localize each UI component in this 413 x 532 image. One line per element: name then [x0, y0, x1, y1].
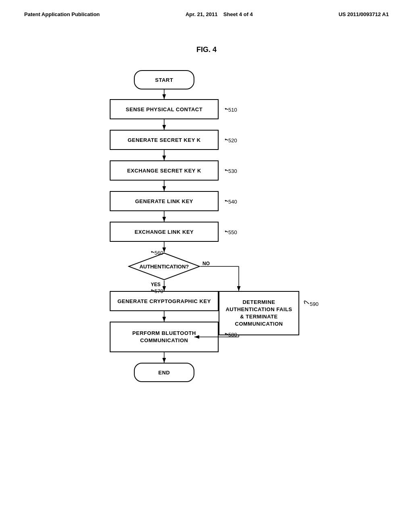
node-550: EXCHANGE LINK KEY: [110, 222, 219, 242]
node-540: GENERATE LINK KEY: [110, 191, 219, 211]
node-end: END: [134, 363, 194, 382]
ref-540: 540: [222, 198, 242, 206]
svg-text:510: 510: [228, 107, 237, 113]
node-590: DETERMINE AUTHENTICATION FAILS & TERMINA…: [219, 291, 299, 335]
label-yes: YES: [151, 282, 161, 287]
header-left: Patent Application Publication: [24, 11, 100, 17]
ref-510: 510: [222, 106, 242, 114]
node-520: GENERATE SECRET KEY K: [110, 130, 219, 150]
ref-520: 520: [222, 137, 242, 145]
svg-text:540: 540: [228, 199, 237, 205]
svg-text:520: 520: [228, 137, 237, 143]
ref-560: 560: [148, 249, 172, 257]
svg-text:560: 560: [154, 250, 163, 256]
svg-text:580: 580: [228, 332, 237, 338]
flowchart-arrows: [65, 66, 348, 429]
flowchart: START SENSE PHYSICAL CONTACT 510 GENERAT…: [65, 66, 348, 429]
header-center: Apr. 21, 2011 Sheet 4 of 4: [186, 11, 253, 17]
svg-text:530: 530: [228, 168, 237, 174]
node-530: EXCHANGE SECRET KEY K: [110, 160, 219, 181]
ref-580: 580: [222, 331, 246, 339]
svg-text:550: 550: [228, 229, 237, 235]
header-right: US 2011/0093712 A1: [338, 11, 389, 17]
svg-text:590: 590: [310, 301, 319, 307]
label-no: NO: [202, 261, 210, 266]
node-510: SENSE PHYSICAL CONTACT: [110, 99, 219, 119]
node-start: START: [134, 70, 194, 89]
ref-590: 590: [302, 296, 326, 313]
ref-550: 550: [222, 229, 242, 237]
node-570: GENERATE CRYPTOGRAPHIC KEY: [110, 291, 219, 311]
node-580: PERFORM BLUETOOTH COMMUNICATION: [110, 322, 219, 352]
page-header: Patent Application Publication Apr. 21, …: [0, 0, 413, 21]
figure-title: FIG. 4: [0, 46, 413, 54]
ref-530: 530: [222, 168, 242, 175]
